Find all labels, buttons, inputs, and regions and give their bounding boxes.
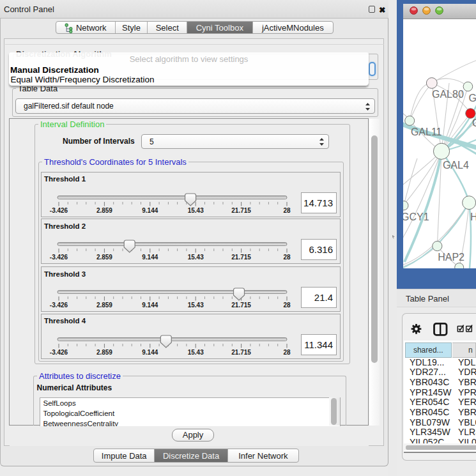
svg-text:21.715: 21.715	[231, 254, 251, 261]
svg-text:-3.426: -3.426	[50, 302, 68, 309]
svg-text:15.43: 15.43	[188, 302, 204, 309]
svg-text:28: 28	[283, 302, 291, 309]
svg-text:GAL4: GAL4	[443, 160, 469, 171]
svg-text:15.43: 15.43	[188, 254, 204, 261]
svg-text:2.859: 2.859	[96, 207, 112, 214]
svg-text:HAP2: HAP2	[438, 252, 464, 263]
svg-text:9.144: 9.144	[142, 254, 158, 261]
svg-text:H: H	[470, 211, 476, 222]
svg-text:2.859: 2.859	[96, 254, 112, 261]
svg-text:-3.426: -3.426	[50, 254, 68, 261]
svg-text:28: 28	[283, 254, 291, 261]
svg-text:2.859: 2.859	[96, 302, 112, 309]
svg-text:9.144: 9.144	[142, 349, 158, 356]
svg-text:21.715: 21.715	[231, 207, 251, 214]
svg-text:2.859: 2.859	[96, 349, 112, 356]
svg-text:9.144: 9.144	[142, 207, 158, 214]
svg-text:C: C	[472, 118, 476, 128]
svg-text:GAL11: GAL11	[411, 127, 442, 137]
svg-text:28: 28	[283, 349, 291, 356]
svg-text:-3.426: -3.426	[50, 207, 68, 214]
svg-text:GAL80: GAL80	[432, 89, 464, 100]
svg-text:-3.426: -3.426	[50, 349, 68, 356]
svg-text:15.43: 15.43	[188, 349, 204, 356]
svg-text:G.: G.	[469, 93, 476, 104]
svg-text:21.715: 21.715	[231, 302, 251, 309]
svg-text:9.144: 9.144	[142, 302, 158, 309]
svg-text:GCY1: GCY1	[403, 211, 429, 222]
svg-text:15.43: 15.43	[188, 207, 204, 214]
svg-text:21.715: 21.715	[231, 349, 251, 356]
svg-text:28: 28	[283, 207, 291, 214]
